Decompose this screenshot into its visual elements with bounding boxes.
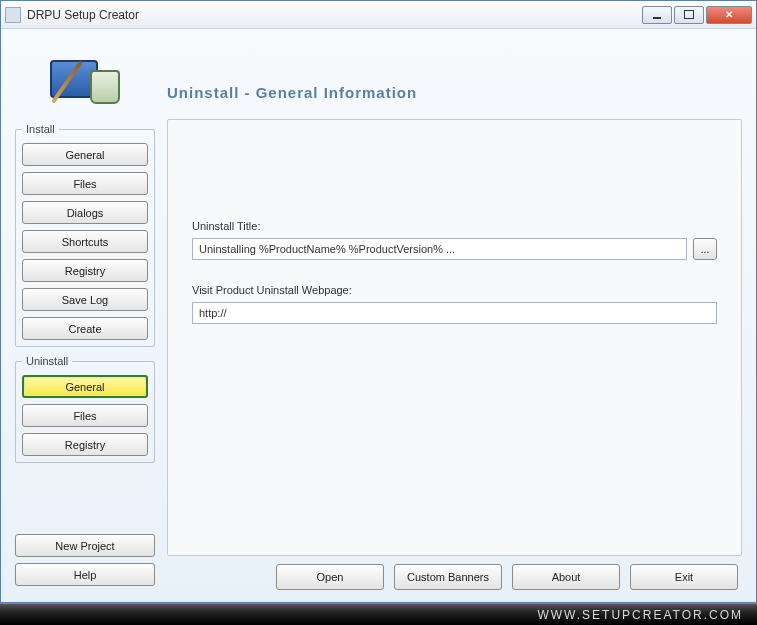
about-button[interactable]: About: [512, 564, 620, 590]
uninstall-registry-button[interactable]: Registry: [22, 433, 148, 456]
uninstall-title-label: Uninstall Title:: [192, 220, 717, 232]
minimize-button[interactable]: [642, 6, 672, 24]
close-button[interactable]: [706, 6, 752, 24]
app-window: DRPU Setup Creator Install General Files…: [0, 0, 757, 603]
footer-url: WWW.SETUPCREATOR.COM: [0, 603, 757, 625]
recycle-bin-icon: [90, 70, 120, 104]
install-registry-button[interactable]: Registry: [22, 259, 148, 282]
uninstall-general-button[interactable]: General: [22, 375, 148, 398]
exit-button[interactable]: Exit: [630, 564, 738, 590]
install-shortcuts-button[interactable]: Shortcuts: [22, 230, 148, 253]
webpage-input[interactable]: [192, 302, 717, 324]
webpage-label: Visit Product Uninstall Webpage:: [192, 284, 717, 296]
install-group: Install General Files Dialogs Shortcuts …: [15, 123, 155, 347]
help-button[interactable]: Help: [15, 563, 155, 586]
install-legend: Install: [22, 123, 59, 135]
install-general-button[interactable]: General: [22, 143, 148, 166]
app-icon: [5, 7, 21, 23]
form-panel: Uninstall Title: ... Visit Product Unins…: [167, 119, 742, 556]
uninstall-title-input[interactable]: [192, 238, 687, 260]
maximize-button[interactable]: [674, 6, 704, 24]
action-bar: Open Custom Banners About Exit: [167, 556, 742, 592]
install-dialogs-button[interactable]: Dialogs: [22, 201, 148, 224]
titlebar[interactable]: DRPU Setup Creator: [1, 1, 756, 29]
install-files-button[interactable]: Files: [22, 172, 148, 195]
page-title: Uninstall - General Information: [167, 84, 417, 101]
install-savelog-button[interactable]: Save Log: [22, 288, 148, 311]
uninstall-legend: Uninstall: [22, 355, 72, 367]
new-project-button[interactable]: New Project: [15, 534, 155, 557]
uninstall-files-button[interactable]: Files: [22, 404, 148, 427]
uninstall-group: Uninstall General Files Registry: [15, 355, 155, 463]
app-logo: [15, 39, 155, 119]
install-create-button[interactable]: Create: [22, 317, 148, 340]
browse-button[interactable]: ...: [693, 238, 717, 260]
open-button[interactable]: Open: [276, 564, 384, 590]
custom-banners-button[interactable]: Custom Banners: [394, 564, 502, 590]
window-title: DRPU Setup Creator: [27, 8, 640, 22]
